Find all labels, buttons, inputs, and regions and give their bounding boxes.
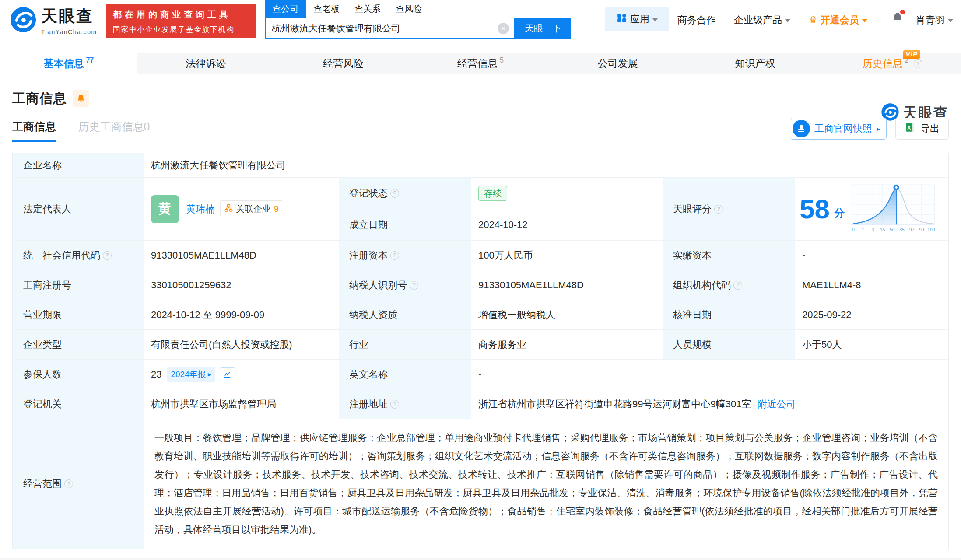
value-establish-date: 2024-10-12: [471, 209, 663, 241]
brand-domain: TianYanCha.com: [41, 28, 97, 35]
company-nav-tabs: 基本信息 77 法律诉讼 经营风险 经营信息 5 公司发展 知识产权 历史信息 …: [0, 53, 961, 74]
promo-line2: 国家中小企业发展子基金旗下机构: [113, 24, 252, 35]
promo-banner[interactable]: 都在用的商业查询工具 国家中小企业发展子基金旗下机构: [106, 4, 256, 38]
network-icon: [224, 204, 233, 214]
page-bottom-strip: [0, 558, 961, 560]
svg-text:97: 97: [909, 227, 915, 232]
tab-history-info[interactable]: 历史信息 VIP 2 ?: [824, 53, 961, 74]
chevron-down-icon: [948, 19, 953, 22]
value-industry: 商务服务业: [471, 330, 663, 360]
annual-report-tag[interactable]: 2024年报 ▸: [167, 367, 215, 382]
vip-badge: VIP: [903, 50, 920, 59]
tab-label: 公司发展: [598, 57, 638, 70]
search-tab-risk[interactable]: 查风险: [388, 0, 429, 18]
export-button[interactable]: X 导出: [895, 118, 949, 140]
label-registered-capital: 注册资本?: [339, 241, 471, 270]
search-input[interactable]: [266, 23, 498, 34]
label-legal-representative: 法定代表人: [13, 178, 144, 241]
help-icon[interactable]: ?: [410, 281, 418, 290]
search-bar: × 天眼一下: [265, 18, 571, 39]
tab-company-development[interactable]: 公司发展: [549, 53, 687, 74]
help-icon[interactable]: ?: [733, 281, 742, 290]
search-tab-boss[interactable]: 查老板: [306, 0, 347, 18]
related-companies-button[interactable]: 关联企业 9: [220, 200, 283, 217]
help-icon[interactable]: ?: [714, 205, 723, 214]
value-paid-capital: -: [795, 241, 948, 270]
arrow-right-icon: ▸: [877, 125, 880, 133]
label-establish-date: 成立日期: [339, 209, 471, 241]
value-taxpayer-id: 91330105MAE1LLM48D: [471, 270, 663, 300]
chevron-down-icon: [652, 18, 658, 21]
section-title: 工商信息: [12, 90, 67, 108]
legal-representative-link[interactable]: 黄玮楠: [186, 203, 215, 216]
help-icon[interactable]: ?: [390, 189, 399, 198]
value-english-name: -: [471, 360, 948, 389]
label-paid-capital: 实缴资本: [663, 241, 795, 270]
subscribe-bell-button[interactable]: [73, 90, 89, 107]
score-distribution-chart: 0 1 3 15 50 85 97 99 100: [849, 182, 939, 236]
avatar: 黄: [151, 195, 179, 223]
value-business-term: 2024-10-12 至 9999-09-09: [144, 300, 339, 330]
main-content: 工商信息 天眼查 工商信息 历史工商信息0 工商官网快照 ▸ X 导: [0, 90, 961, 558]
promo-line1: 都在用的商业查询工具: [113, 9, 252, 21]
svg-text:X: X: [907, 125, 911, 131]
value-registered-address: 浙江省杭州市拱墅区祥符街道申花路99号运河财富中心9幢301室 附近公司: [471, 389, 948, 419]
value-staff-size: 小于50人: [795, 330, 948, 360]
tab-intellectual-property[interactable]: 知识产权: [687, 53, 824, 74]
value-approval-date: 2025-09-22: [795, 300, 948, 330]
label-registered-address: 注册地址?: [339, 389, 471, 419]
value-tianyan-score: 58 分: [795, 178, 948, 241]
help-icon[interactable]: ?: [390, 251, 399, 260]
user-menu[interactable]: 肖青羽: [916, 14, 953, 27]
search-tab-company[interactable]: 查公司: [265, 0, 306, 18]
apps-menu[interactable]: 应用: [605, 7, 669, 32]
help-icon[interactable]: ?: [914, 60, 922, 68]
svg-text:3: 3: [871, 227, 874, 232]
label-company-type: 企业类型: [13, 330, 144, 360]
subtab-history-business-info[interactable]: 历史工商信息0: [78, 119, 150, 134]
open-vip-label: 开通会员: [821, 14, 859, 27]
chevron-down-icon: [862, 19, 867, 22]
enterprise-products-label: 企业级产品: [734, 14, 782, 27]
excel-icon: X: [905, 122, 916, 136]
tab-legal-proceedings[interactable]: 法律诉讼: [137, 53, 275, 74]
nearby-companies-link[interactable]: 附近公司: [757, 398, 796, 411]
tab-label: 法律诉讼: [186, 57, 226, 70]
help-icon[interactable]: ?: [103, 251, 112, 260]
tab-label: 历史信息: [863, 58, 903, 69]
tab-operational-info[interactable]: 经营信息 5: [412, 53, 549, 74]
chevron-down-icon: [785, 19, 790, 22]
search-tab-relation[interactable]: 查关系: [347, 0, 388, 18]
label-tianyan-score: 天眼评分?: [663, 178, 795, 241]
help-icon[interactable]: ?: [64, 480, 73, 488]
tab-label: 基本信息: [43, 57, 84, 70]
insured-trend-button[interactable]: [220, 368, 235, 382]
tianyancha-logo[interactable]: 天眼查 TianYanCha.com: [10, 5, 97, 35]
related-companies-label: 关联企业: [236, 203, 271, 215]
notification-bell-icon: [891, 11, 904, 26]
svg-text:0: 0: [852, 227, 855, 232]
label-credit-code: 统一社会信用代码?: [13, 241, 144, 270]
label-registration-status: 登记状态?: [339, 178, 471, 209]
enterprise-products-menu[interactable]: 企业级产品: [734, 14, 790, 27]
value-organization-code: MAE1LLM4-8: [795, 270, 948, 300]
notifications-button[interactable]: [891, 11, 904, 26]
value-business-scope: 一般项目：餐饮管理；品牌管理；供应链管理服务；企业总部管理；单用途商业预付卡代理…: [144, 419, 948, 549]
svg-text:100: 100: [927, 227, 935, 232]
tab-operational-risk[interactable]: 经营风险: [274, 53, 412, 74]
value-registration-authority: 杭州市拱墅区市场监督管理局: [144, 389, 339, 419]
help-icon[interactable]: ?: [390, 400, 399, 409]
business-info-table: 企业名称 杭州激流大任餐饮管理有限公司 法定代表人 黄 黄玮楠 关联企业 9 登…: [12, 153, 949, 549]
tab-basic-info[interactable]: 基本信息 77: [0, 53, 137, 74]
search-button[interactable]: 天眼一下: [515, 18, 571, 39]
related-companies-count: 9: [274, 204, 279, 214]
value-registration-number: 330105001259632: [144, 270, 339, 300]
label-registration-authority: 登记机关: [13, 389, 144, 419]
label-business-scope: 经营范围?: [13, 419, 144, 549]
business-cooperation-link[interactable]: 商务合作: [677, 14, 716, 27]
subtab-business-info[interactable]: 工商信息: [12, 119, 56, 142]
official-snapshot-button[interactable]: 工商官网快照 ▸: [790, 118, 887, 140]
clear-search-icon[interactable]: ×: [498, 23, 509, 34]
label-industry: 行业: [339, 330, 471, 360]
open-vip-menu[interactable]: ♛ 开通会员: [809, 14, 867, 27]
